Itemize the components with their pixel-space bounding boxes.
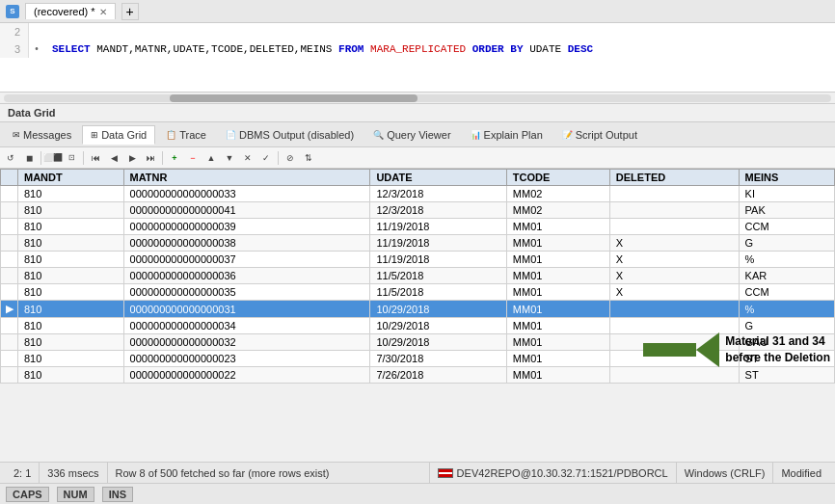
cell-deleted — [609, 301, 739, 318]
status-modified: Modified — [773, 463, 829, 483]
cell-matnr: 000000000000000041 — [123, 202, 370, 219]
cell-matnr: 000000000000000032 — [123, 334, 370, 351]
nav-commit-btn[interactable]: ✓ — [257, 150, 275, 166]
table-row[interactable]: 81000000000000000003312/3/2018MM02KI — [1, 186, 835, 202]
nav-prev-btn[interactable]: ◀ — [105, 150, 122, 166]
cell-matnr: 000000000000000023 — [123, 351, 370, 367]
table-row[interactable]: 81000000000000000003911/19/2018MM01CCM — [1, 219, 835, 235]
tabs-bar: ✉ Messages ⊞ Data Grid 📋 Trace 📄 DBMS Ou… — [0, 122, 835, 147]
nav-refresh-btn[interactable]: ↺ — [2, 150, 19, 166]
grid-icon: ⊞ — [91, 130, 98, 140]
cell-rownum — [1, 284, 18, 301]
table-body: 81000000000000000003312/3/2018MM02KI8100… — [1, 186, 835, 384]
col-udate[interactable]: UDATE — [370, 170, 506, 186]
cell-matnr: 000000000000000039 — [123, 219, 370, 235]
nav-copy-btn[interactable]: ⊡ — [63, 150, 80, 166]
num-button[interactable]: NUM — [57, 487, 94, 502]
bottom-bar: CAPS NUM INS — [0, 483, 835, 504]
col-meins[interactable]: MEINS — [739, 170, 834, 186]
col-mandt[interactable]: MANDT — [18, 170, 124, 186]
sql-order: ORDER BY — [472, 43, 524, 55]
nav-filter-btn[interactable]: ⊘ — [282, 150, 299, 166]
nav-first-btn[interactable]: ⏮ — [87, 150, 104, 166]
table-row[interactable]: ▶81000000000000000003110/29/2018MM01% — [1, 301, 835, 318]
caps-button[interactable]: CAPS — [6, 487, 49, 502]
cell-deleted — [609, 219, 739, 235]
horizontal-scrollbar[interactable] — [0, 93, 835, 104]
nav-last-btn[interactable]: ⏭ — [142, 150, 159, 166]
nav-down-btn[interactable]: ▼ — [221, 150, 238, 166]
col-tcode[interactable]: TCODE — [506, 170, 609, 186]
tab-query-viewer[interactable]: 🔍 Query Viewer — [364, 125, 459, 145]
tab-explain-plan[interactable]: 📊 Explain Plan — [462, 125, 552, 145]
data-grid-label: Data Grid — [0, 104, 835, 122]
cell-udate: 10/29/2018 — [370, 318, 506, 334]
table-row[interactable]: 81000000000000000003611/5/2018MM01XKAR — [1, 268, 835, 284]
table-row[interactable]: 81000000000000000003410/29/2018MM01G — [1, 318, 835, 334]
nav-cancel-btn[interactable]: ✕ — [239, 150, 256, 166]
table-row[interactable]: 81000000000000000003210/29/2018MM01GAU — [1, 334, 835, 351]
cell-tcode: MM01 — [506, 351, 609, 367]
connection-flag — [438, 468, 453, 478]
cell-udate: 11/19/2018 — [370, 235, 506, 252]
cell-mandt: 810 — [18, 318, 124, 334]
tab-trace[interactable]: 📋 Trace — [157, 125, 215, 145]
data-table-wrapper[interactable]: MANDT MATNR UDATE TCODE DELETED MEINS 81… — [0, 169, 835, 504]
nav-up-btn[interactable]: ▲ — [202, 150, 220, 166]
nav-stop-btn[interactable]: ◼ — [20, 150, 38, 166]
col-matnr[interactable]: MATNR — [123, 170, 370, 186]
cell-rownum — [1, 318, 18, 334]
cell-matnr: 000000000000000035 — [123, 284, 370, 301]
cell-deleted — [609, 318, 739, 334]
col-deleted[interactable]: DELETED — [609, 170, 739, 186]
cell-matnr: 000000000000000038 — [123, 235, 370, 252]
nav-export-btn[interactable]: ⬜⬛ — [44, 150, 62, 166]
cell-mandt: 810 — [18, 367, 124, 384]
sql-line-2: 3 • SELECT MANDT,MATNR,UDATE,TCODE,DELET… — [0, 40, 835, 58]
cell-meins: ST — [739, 351, 834, 367]
sql-editor[interactable]: 2 3 • SELECT MANDT,MATNR,UDATE,TCODE,DEL… — [0, 23, 835, 93]
table-row[interactable]: 8100000000000000000237/30/2018MM01ST — [1, 351, 835, 367]
cell-mandt: 810 — [18, 252, 124, 268]
tab-icon: ✕ — [99, 7, 107, 17]
cell-mandt: 810 — [18, 351, 124, 367]
cell-tcode: MM02 — [506, 186, 609, 202]
title-bar: S (recovered) * ✕ + — [0, 0, 835, 23]
tab-recovered[interactable]: (recovered) * ✕ — [25, 3, 116, 19]
nav-add-btn[interactable]: + — [166, 150, 183, 166]
cell-meins: G — [739, 235, 834, 252]
nav-sort-btn[interactable]: ⇅ — [300, 150, 317, 166]
add-tab-button[interactable]: + — [121, 3, 139, 20]
nav-delete-btn[interactable]: − — [184, 150, 202, 166]
cell-deleted — [609, 351, 739, 367]
table-row[interactable]: 81000000000000000004112/3/2018MM02PAK — [1, 202, 835, 219]
cell-udate: 11/5/2018 — [370, 284, 506, 301]
tab-script-output[interactable]: 📝 Script Output — [553, 125, 646, 145]
cell-rownum — [1, 235, 18, 252]
dbms-icon: 📄 — [226, 130, 236, 140]
table-row[interactable]: 8100000000000000000227/26/2018MM01ST — [1, 367, 835, 384]
header-row: MANDT MATNR UDATE TCODE DELETED MEINS — [1, 170, 835, 186]
sql-from: FROM — [338, 43, 364, 55]
ins-button[interactable]: INS — [102, 487, 133, 502]
tab-data-grid[interactable]: ⊞ Data Grid — [82, 125, 155, 145]
scroll-thumb[interactable] — [170, 94, 418, 102]
cell-meins: CCM — [739, 219, 834, 235]
sql-table: MARA_REPLICATED — [370, 43, 472, 55]
cell-rownum — [1, 186, 18, 202]
table-row[interactable]: 81000000000000000003811/19/2018MM01XG — [1, 235, 835, 252]
data-table: MANDT MATNR UDATE TCODE DELETED MEINS 81… — [0, 169, 835, 384]
script-icon: 📝 — [562, 130, 573, 140]
col-rownum — [1, 170, 18, 186]
cell-deleted: X — [609, 268, 739, 284]
tab-dbms-output[interactable]: 📄 DBMS Output (disabled) — [217, 125, 363, 145]
app-icon: S — [6, 5, 19, 18]
table-row[interactable]: 81000000000000000003711/19/2018MM01X% — [1, 252, 835, 268]
tab-messages[interactable]: ✉ Messages — [4, 125, 80, 145]
scroll-track[interactable] — [4, 94, 831, 102]
line-dot-2: • — [29, 40, 44, 58]
nav-next-btn[interactable]: ▶ — [123, 150, 141, 166]
table-row[interactable]: 81000000000000000003511/5/2018MM01XCCM — [1, 284, 835, 301]
explain-icon: 📊 — [471, 130, 481, 140]
cell-matnr: 000000000000000037 — [123, 252, 370, 268]
